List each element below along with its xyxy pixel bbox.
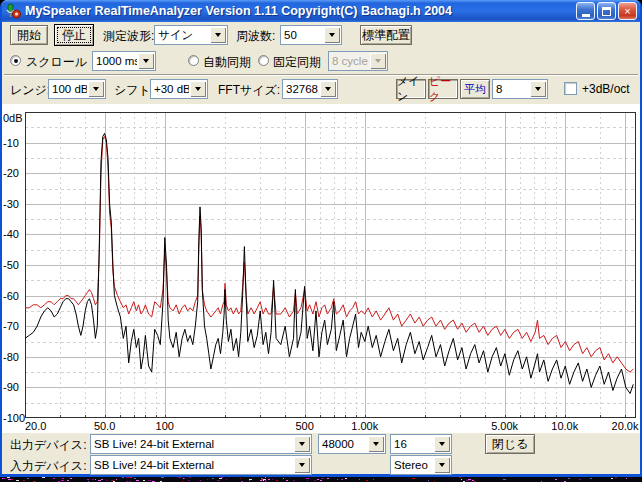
- spectrogram-speck: [373, 479, 374, 480]
- maximize-button[interactable]: [597, 2, 616, 20]
- dropdown-arrow-icon[interactable]: [434, 436, 450, 452]
- toolbar-row-3: レンジ: 100 dB シフト: +30 dB FFTサイズ: 32768 メイ…: [2, 76, 640, 104]
- shift-select[interactable]: +30 dB: [150, 79, 208, 99]
- dropdown-arrow-icon[interactable]: [294, 436, 310, 452]
- range-select[interactable]: 100 dB: [48, 79, 106, 99]
- dropdown-arrow-icon[interactable]: [368, 436, 384, 452]
- average-trace-toggle[interactable]: 平均: [460, 79, 490, 99]
- spectrogram-speck: [101, 479, 103, 480]
- minimize-button[interactable]: [576, 2, 595, 20]
- spectrogram-speck: [466, 480, 469, 481]
- frequency-select[interactable]: 50: [280, 25, 342, 45]
- dropdown-arrow-icon[interactable]: [324, 27, 340, 43]
- fft-size-select[interactable]: 32768: [282, 79, 338, 99]
- app-screen: MySpeaker RealTimeAnalyzer Version 1.11 …: [0, 0, 642, 482]
- y-axis-label: 0dB: [3, 112, 23, 124]
- stop-button[interactable]: 停止: [54, 24, 94, 46]
- standard-layout-button[interactable]: 標準配置: [360, 25, 412, 45]
- dropdown-arrow-icon[interactable]: [294, 457, 310, 473]
- peak-trace-toggle[interactable]: ピーク: [428, 79, 458, 99]
- spectrogram-speck: [16, 480, 19, 481]
- fft-size-label: FFTサイズ:: [218, 82, 280, 99]
- waveform-select[interactable]: サイン: [154, 25, 228, 45]
- x-axis-label: 10.0k: [551, 420, 578, 432]
- spectrogram-speck: [92, 479, 94, 480]
- app-window: MySpeaker RealTimeAnalyzer Version 1.11 …: [0, 0, 642, 477]
- spectrogram-speck: [11, 479, 13, 480]
- fixed-sync-radio[interactable]: [258, 55, 269, 66]
- spectrogram-speck: [134, 478, 136, 479]
- x-axis-label: 100: [156, 420, 174, 432]
- dropdown-arrow-icon[interactable]: [320, 81, 336, 97]
- spectrogram-speck: [27, 478, 29, 479]
- input-device-row: 入力デバイス: SB Live! 24-bit External Stereo: [2, 455, 640, 477]
- spectrogram-speck: [188, 480, 190, 481]
- range-label: レンジ:: [10, 82, 50, 99]
- toolbar-row-2: スクロール 1000 ms 自動同期 固定同期 8 cycle: [2, 48, 640, 74]
- cycle-select: 8 cycle: [328, 51, 388, 71]
- spectrogram-speck: [62, 478, 64, 479]
- dropdown-arrow-icon[interactable]: [190, 81, 206, 97]
- spectrogram-speck: [327, 478, 329, 479]
- frequency-label: 周波数:: [236, 28, 275, 45]
- minimize-icon: [582, 14, 590, 17]
- range-value: 100 dB: [49, 83, 87, 95]
- y-axis-label: -10: [3, 137, 19, 149]
- spectrogram-speck: [262, 480, 263, 481]
- spectrogram-speck: [428, 480, 429, 481]
- y-axis-label: -80: [3, 351, 19, 363]
- y-axis-label: -70: [3, 320, 19, 332]
- spectrogram-speck: [307, 478, 309, 479]
- x-axis-label: 20.0: [25, 420, 46, 432]
- output-device-select[interactable]: SB Live! 24-bit External: [90, 434, 312, 454]
- spectrogram-speck: [98, 480, 101, 481]
- spectrogram-speck: [249, 480, 250, 481]
- spectrogram-speck: [8, 479, 11, 480]
- dropdown-arrow-icon[interactable]: [210, 27, 226, 43]
- oct-checkbox[interactable]: [564, 82, 577, 95]
- spectrogram-speck: [283, 478, 284, 479]
- title-bar[interactable]: MySpeaker RealTimeAnalyzer Version 1.11 …: [2, 0, 640, 22]
- spectrogram-speck: [307, 480, 308, 481]
- app-icon: [5, 3, 21, 19]
- spectrogram-speck: [555, 479, 557, 480]
- input-device-select[interactable]: SB Live! 24-bit External: [90, 455, 312, 475]
- dropdown-arrow-icon[interactable]: [138, 53, 154, 69]
- waveform-value: サイン: [155, 28, 209, 43]
- spectrogram-speck: [189, 477, 191, 478]
- spectrogram-speck: [95, 479, 96, 480]
- spectrogram-speck: [366, 480, 368, 481]
- dropdown-arrow-icon[interactable]: [434, 457, 450, 473]
- average-count-select[interactable]: 8: [492, 79, 548, 99]
- spectrogram-speck: [67, 480, 69, 481]
- scroll-interval-select[interactable]: 1000 ms: [92, 51, 156, 71]
- bit-depth-value: 16: [391, 438, 433, 450]
- scroll-label: スクロール: [26, 54, 87, 71]
- main-trace-toggle[interactable]: メイン: [396, 79, 426, 99]
- scroll-radio[interactable]: [10, 55, 21, 66]
- spectrogram-speck: [314, 480, 316, 481]
- spectrogram-speck: [226, 479, 227, 480]
- spectrogram-speck: [265, 477, 266, 478]
- spectrogram-speck: [136, 480, 139, 481]
- spectrogram-speck: [23, 480, 25, 481]
- dropdown-arrow-icon[interactable]: [88, 81, 104, 97]
- spectrogram-speck: [579, 479, 581, 480]
- spectrogram-speck: [468, 479, 471, 480]
- spectrogram-speck: [337, 479, 338, 480]
- spectrogram-speck: [219, 478, 222, 479]
- spectrogram-speck: [293, 480, 295, 481]
- y-axis-label: -60: [3, 290, 19, 302]
- close-button[interactable]: ×: [618, 2, 637, 20]
- channels-select[interactable]: Stereo: [390, 455, 452, 475]
- start-button[interactable]: 開始: [10, 25, 48, 45]
- bit-depth-select[interactable]: 16: [390, 434, 452, 454]
- dropdown-arrow-icon[interactable]: [530, 81, 546, 97]
- spectrogram-speck: [240, 478, 241, 479]
- output-device-label: 出力デバイス:: [10, 437, 86, 454]
- auto-sync-radio[interactable]: [188, 55, 199, 66]
- close-dialog-button[interactable]: 閉じる: [485, 434, 535, 454]
- spectrogram-speck: [106, 480, 107, 481]
- shift-value: +30 dB: [151, 83, 189, 95]
- samplerate-select[interactable]: 48000: [318, 434, 386, 454]
